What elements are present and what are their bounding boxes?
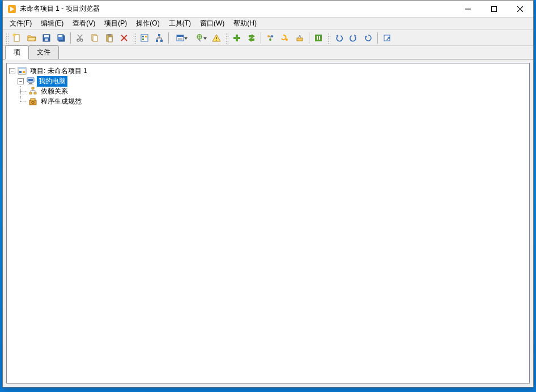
- svg-rect-19: [93, 36, 97, 41]
- svg-rect-80: [31, 99, 35, 101]
- tab-files[interactable]: 文件: [28, 45, 59, 59]
- app-icon: [7, 5, 16, 14]
- toolbar-separator: [309, 32, 309, 44]
- menu-project[interactable]: 项目(P): [100, 18, 131, 29]
- svg-rect-3: [492, 6, 497, 11]
- vi-hierarchy-button[interactable]: [152, 31, 166, 45]
- expand-toggle-icon[interactable]: −: [18, 78, 24, 84]
- svg-rect-65: [18, 67, 26, 69]
- toolbar-grip: [5, 32, 8, 44]
- svg-rect-28: [142, 39, 144, 40]
- refresh-button[interactable]: [361, 31, 375, 45]
- svg-rect-71: [28, 84, 33, 84]
- menu-operate[interactable]: 操作(O): [131, 18, 164, 29]
- cut-button[interactable]: [73, 31, 87, 45]
- save-button[interactable]: [40, 31, 53, 45]
- content-area: − 项目: 未命名项目 1 − 我的电脑: [3, 59, 533, 387]
- save-all-button[interactable]: [54, 31, 68, 45]
- tree-label: 项目: 未命名项目 1: [28, 66, 89, 76]
- project-icon: [18, 66, 27, 75]
- close-button[interactable]: [507, 1, 533, 17]
- svg-rect-37: [177, 35, 184, 37]
- svg-rect-10: [45, 39, 48, 41]
- menu-tools[interactable]: 工具(T): [164, 18, 195, 29]
- tab-items[interactable]: 项: [5, 45, 29, 59]
- svg-point-17: [80, 39, 83, 41]
- svg-rect-74: [34, 92, 36, 94]
- highlight-button[interactable]: [263, 31, 277, 45]
- paste-button[interactable]: [103, 31, 116, 45]
- tree-line-icon: [18, 96, 26, 106]
- tree-label: 程序生成规范: [39, 96, 83, 107]
- toolbar-separator: [70, 32, 71, 44]
- tree-line-icon: [18, 86, 26, 96]
- svg-rect-30: [156, 40, 158, 42]
- svg-rect-9: [44, 35, 49, 37]
- toolbar-grip: [225, 32, 228, 44]
- tree-label: 依赖关系: [39, 86, 70, 97]
- tree-row-build-specs[interactable]: 程序生成规范: [9, 96, 527, 106]
- svg-rect-69: [28, 79, 33, 81]
- toolbar-separator: [377, 32, 378, 44]
- svg-rect-25: [141, 35, 148, 41]
- add-button[interactable]: [230, 31, 244, 45]
- expand-button[interactable]: [380, 31, 394, 45]
- svg-rect-21: [108, 34, 111, 36]
- expand-toggle-icon[interactable]: −: [9, 68, 15, 74]
- build-specs-icon: [28, 97, 37, 106]
- svg-rect-13: [58, 35, 62, 37]
- vi-properties-button[interactable]: [138, 31, 151, 45]
- svg-rect-57: [319, 36, 320, 40]
- svg-rect-6: [14, 35, 19, 41]
- computer-icon: [26, 76, 35, 86]
- copy-button[interactable]: [88, 31, 101, 45]
- open-button[interactable]: [25, 31, 39, 45]
- svg-marker-46: [249, 34, 255, 39]
- tree-row-my-computer[interactable]: − 我的电脑: [9, 76, 527, 86]
- svg-rect-72: [32, 87, 34, 89]
- toolbar-separator: [168, 32, 169, 44]
- menu-edit[interactable]: 编辑(E): [36, 18, 68, 29]
- svg-point-43: [216, 40, 217, 41]
- tree-row-dependencies[interactable]: 依赖关系: [9, 86, 527, 96]
- warnings-button[interactable]: [210, 31, 223, 45]
- svg-rect-55: [315, 35, 322, 41]
- delete-button[interactable]: [117, 31, 131, 45]
- svg-point-53: [286, 39, 288, 41]
- pause-resume-button[interactable]: [312, 31, 325, 45]
- minimize-button[interactable]: [455, 1, 481, 17]
- project-tree[interactable]: − 项目: 未命名项目 1 − 我的电脑: [6, 63, 530, 384]
- dependencies-icon: [28, 87, 37, 96]
- svg-rect-26: [142, 36, 144, 37]
- undo-button[interactable]: [332, 31, 346, 45]
- remove-button[interactable]: [245, 31, 258, 45]
- svg-rect-56: [317, 36, 318, 40]
- app-window: 未命名项目 1 - 项目浏览器 文件(F) 编辑(E) 查看(V) 项目(P) …: [2, 0, 534, 387]
- titlebar: 未命名项目 1 - 项目浏览器: [3, 1, 533, 18]
- svg-rect-67: [23, 71, 25, 73]
- window-controls: [455, 1, 533, 17]
- filter-button[interactable]: [190, 31, 209, 45]
- menu-help[interactable]: 帮助(H): [229, 18, 261, 29]
- svg-rect-54: [297, 38, 303, 41]
- svg-rect-45: [233, 37, 240, 39]
- svg-rect-70: [29, 83, 32, 84]
- menu-file[interactable]: 文件(F): [5, 18, 36, 29]
- svg-rect-29: [158, 34, 160, 36]
- toolbar-separator: [261, 32, 261, 44]
- redo-button[interactable]: [347, 31, 360, 45]
- svg-rect-31: [160, 40, 163, 42]
- toolbar-grip: [133, 32, 136, 44]
- svg-marker-47: [248, 37, 254, 42]
- cleanup-button[interactable]: [293, 31, 307, 45]
- config-button[interactable]: [171, 31, 189, 45]
- toolbar-grip: [327, 32, 330, 44]
- svg-point-16: [77, 39, 79, 41]
- toolbar: [3, 30, 533, 46]
- menu-window[interactable]: 窗口(W): [195, 18, 229, 29]
- new-button[interactable]: [10, 31, 24, 45]
- maximize-button[interactable]: [481, 1, 507, 17]
- menu-view[interactable]: 查看(V): [68, 18, 100, 29]
- tree-row-project-root[interactable]: − 项目: 未命名项目 1: [9, 66, 527, 76]
- find-button[interactable]: [278, 31, 292, 45]
